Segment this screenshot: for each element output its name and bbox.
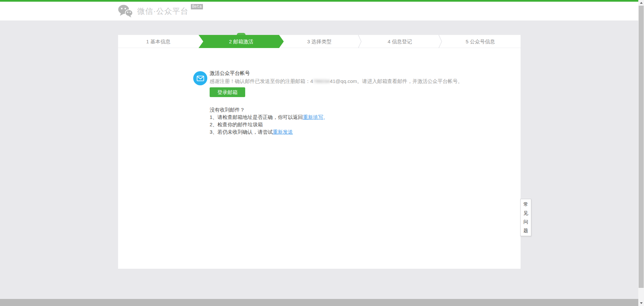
help-item-2: 2、检查你的邮件垃圾箱 xyxy=(210,121,328,128)
registered-email-masked: 786034 xyxy=(313,78,330,84)
faq-tab-char: 问 xyxy=(524,219,528,225)
wizard-step-3: 3 选择类型 xyxy=(279,35,360,48)
wizard-step-2-active: 2 邮箱激活 xyxy=(199,35,284,48)
help-item-1-text: 1、请检查邮箱地址是否正确，你可以返回 xyxy=(210,114,303,120)
step-wizard: 1 基本信息 3 选择类型 4 信息登记 5 公众号信息 2 邮箱激活 xyxy=(118,35,521,48)
resend-link[interactable]: 重新发送 xyxy=(273,129,293,135)
registered-email-suffix: 41@qq.com xyxy=(330,78,357,84)
wizard-step-2-label: 2 邮箱激活 xyxy=(229,39,254,44)
header: 微信·公众平台 Beta xyxy=(0,2,638,21)
faq-tab-char: 题 xyxy=(524,228,528,234)
faq-tab-char: 见 xyxy=(524,210,528,216)
envelope-icon xyxy=(193,71,207,85)
help-item-1-after: 。 xyxy=(323,114,328,120)
wechat-logo-icon xyxy=(118,5,133,17)
login-email-button[interactable]: 登录邮箱 xyxy=(210,87,245,97)
not-received-title: 没有收到邮件？ xyxy=(210,106,328,114)
wizard-step-3-label: 3 选择类型 xyxy=(307,39,332,44)
arrow-up-icon xyxy=(640,2,643,4)
wizard-step-4-label: 4 信息登记 xyxy=(388,39,412,44)
wizard-separator-chevron xyxy=(358,35,362,49)
not-received-help: 没有收到邮件？ 1、请检查邮箱地址是否正确，你可以返回重新填写。 2、检查你的邮… xyxy=(210,106,328,136)
wizard-step-4: 4 信息登记 xyxy=(360,35,440,48)
arrow-down-icon xyxy=(640,302,643,304)
refill-link[interactable]: 重新填写 xyxy=(303,114,323,120)
scrollbar-thumb[interactable] xyxy=(639,6,644,288)
header-inner: 微信·公众平台 Beta xyxy=(118,2,638,20)
help-item-1: 1、请检查邮箱地址是否正确，你可以返回重新填写。 xyxy=(210,114,328,121)
main-panel: 1 基本信息 3 选择类型 4 信息登记 5 公众号信息 2 邮箱激活 激活公众… xyxy=(118,35,521,269)
wizard-step-5-label: 5 公众号信息 xyxy=(466,39,495,44)
activation-message: 感谢注册！确认邮件已发送至你的注册邮箱：478603441@qq.com。请进入… xyxy=(210,78,463,85)
message-prefix: 感谢注册！确认邮件已发送至你的注册邮箱： xyxy=(210,78,310,84)
scroll-down-button[interactable] xyxy=(638,300,644,306)
scrollbar[interactable] xyxy=(638,0,644,306)
faq-tab[interactable]: 常 见 问 题 xyxy=(520,199,531,236)
help-item-3: 3、若仍未收到确认，请尝试重新发送 xyxy=(210,128,328,136)
help-item-3-text: 3、若仍未收到确认，请尝试 xyxy=(210,129,273,135)
active-step-indicator-bump xyxy=(237,33,246,35)
help-item-2-text: 2、检查你的邮件垃圾箱 xyxy=(210,122,263,127)
wizard-separator-chevron xyxy=(438,35,442,49)
faq-tab-char: 常 xyxy=(524,202,528,208)
wizard-step-5: 5 公众号信息 xyxy=(440,35,521,48)
footer-bar xyxy=(0,299,638,306)
activation-heading: 激活公众平台帐号 xyxy=(210,70,250,77)
wizard-step-1: 1 基本信息 xyxy=(118,35,199,48)
wizard-step-1-label: 1 基本信息 xyxy=(146,39,171,44)
message-suffix: 。请进入邮箱查看邮件，并激活公众平台帐号。 xyxy=(357,78,463,84)
beta-badge: Beta xyxy=(191,4,203,9)
page-title: 微信·公众平台 xyxy=(137,6,189,16)
scroll-up-button[interactable] xyxy=(638,0,644,6)
